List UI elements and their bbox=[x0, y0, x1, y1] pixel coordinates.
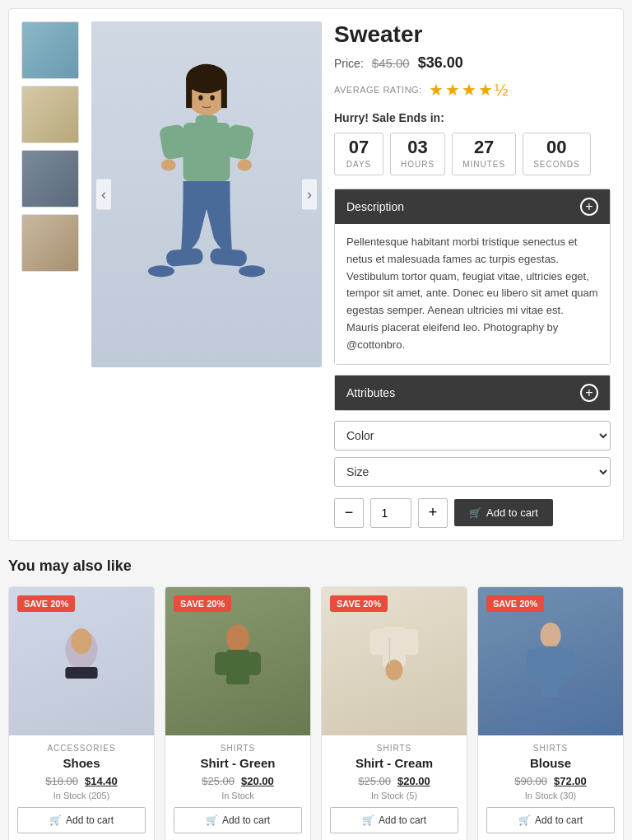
svg-point-1 bbox=[186, 64, 227, 94]
related-card-body-shirt-cream: SHIRTS Shirt - Cream $25.00 $20.00 In St… bbox=[322, 735, 467, 840]
cart-icon-shirt-cream bbox=[362, 814, 374, 826]
svg-rect-3 bbox=[221, 79, 227, 109]
related-prices-shirt-green: $25.00 $20.00 bbox=[174, 775, 302, 787]
countdown-hours-value: 03 bbox=[401, 138, 434, 156]
price-new: $36.00 bbox=[418, 54, 463, 72]
description-toggle-icon[interactable]: + bbox=[580, 198, 598, 216]
quantity-input[interactable] bbox=[370, 498, 411, 528]
related-add-to-cart-shirt-cream[interactable]: Add to cart bbox=[330, 807, 458, 833]
svg-rect-31 bbox=[527, 648, 541, 677]
rating-row: AVERAGE RATING: ★★★★½ bbox=[334, 80, 611, 100]
svg-point-13 bbox=[148, 265, 174, 277]
price-row: Price: $45.00 $36.00 bbox=[334, 54, 611, 72]
countdown-seconds-label: SECONDS bbox=[533, 160, 579, 169]
color-select[interactable]: Color White Green Blue Black bbox=[334, 421, 611, 450]
thumbnail-3[interactable] bbox=[21, 150, 79, 208]
countdown-seconds-value: 00 bbox=[533, 138, 579, 156]
related-products-section: You may also like SAVE 20% ACCESSORIES bbox=[8, 558, 624, 840]
color-select-group: Color White Green Blue Black bbox=[334, 421, 611, 450]
related-price-new-shirt-cream: $20.00 bbox=[397, 775, 430, 787]
blouse-illustration bbox=[522, 612, 579, 711]
related-add-label-blouse: Add to cart bbox=[535, 814, 583, 826]
countdown-days: 07 DAYS bbox=[334, 133, 383, 175]
svg-point-16 bbox=[210, 96, 214, 100]
thumbnail-1[interactable] bbox=[21, 21, 79, 79]
related-stock-shoes: In Stock (205) bbox=[17, 791, 146, 800]
countdown-days-label: DAYS bbox=[346, 160, 372, 169]
quantity-increase-button[interactable]: + bbox=[418, 498, 448, 528]
countdown-hours: 03 HOURS bbox=[390, 133, 445, 175]
related-section-title: You may also like bbox=[8, 558, 624, 575]
description-accordion: Description + Pellentesque habitant morb… bbox=[334, 189, 611, 365]
thumbnail-4[interactable] bbox=[21, 214, 79, 272]
related-add-label-shirt-green: Add to cart bbox=[222, 814, 270, 826]
related-category-blouse: SHIRTS bbox=[486, 744, 615, 753]
svg-rect-12 bbox=[210, 248, 248, 267]
related-card-body-shirt-green: SHIRTS Shirt - Green $25.00 $20.00 In St… bbox=[165, 735, 310, 840]
star-rating: ★★★★½ bbox=[429, 80, 510, 100]
related-image-shirt-cream: SAVE 20% bbox=[322, 587, 467, 735]
cart-icon-shoes bbox=[49, 814, 62, 826]
save-badge-shirt-green: SAVE 20% bbox=[174, 595, 231, 612]
quantity-decrease-button[interactable]: − bbox=[334, 498, 364, 528]
countdown-minutes: 27 MINUTES bbox=[452, 133, 516, 175]
main-product-image: ‹ › bbox=[91, 21, 322, 367]
attributes-header-label: Attributes bbox=[346, 386, 395, 399]
related-prices-blouse: $90.00 $72.00 bbox=[486, 775, 615, 787]
attributes-accordion-header[interactable]: Attributes + bbox=[335, 376, 610, 410]
related-stock-shirt-cream: In Stock (5) bbox=[330, 791, 458, 800]
related-prices-shoes: $18.00 $14.40 bbox=[17, 775, 146, 787]
rating-label: AVERAGE RATING: bbox=[334, 85, 422, 95]
related-category-shirt-cream: SHIRTS bbox=[330, 744, 458, 753]
svg-rect-25 bbox=[370, 628, 385, 655]
cart-row: − + Add to cart bbox=[334, 498, 611, 528]
shirt-green-illustration bbox=[209, 612, 267, 711]
related-stock-blouse: In Stock (30) bbox=[486, 791, 615, 800]
countdown-minutes-value: 27 bbox=[462, 138, 505, 156]
svg-point-19 bbox=[71, 628, 91, 654]
svg-rect-2 bbox=[186, 79, 192, 109]
related-image-blouse: SAVE 20% bbox=[478, 587, 623, 735]
cart-icon-shirt-green bbox=[206, 814, 218, 826]
related-card-body-shoes: ACCESSORIES Shoes $18.00 $14.40 In Stock… bbox=[9, 735, 154, 840]
related-card-shirt-green: SAVE 20% SHIRTS Shirt - Green $ bbox=[165, 586, 311, 840]
countdown-timer: 07 DAYS 03 HOURS 27 MINUTES 00 SECONDS bbox=[334, 133, 611, 175]
size-select[interactable]: Size XS S M L XL bbox=[334, 457, 611, 487]
sale-ends-label: Hurry! Sale Ends in: bbox=[334, 111, 611, 124]
prev-image-button[interactable]: ‹ bbox=[96, 180, 111, 210]
save-badge-blouse: SAVE 20% bbox=[486, 595, 544, 612]
related-add-to-cart-shoes[interactable]: Add to cart bbox=[17, 807, 146, 833]
countdown-hours-label: HOURS bbox=[401, 160, 434, 169]
countdown-minutes-label: MINUTES bbox=[462, 160, 505, 169]
add-to-cart-button[interactable]: Add to cart bbox=[454, 499, 553, 526]
page-container: ‹ › Sweater Price: $45.00 $36.00 AVERAGE… bbox=[0, 0, 632, 840]
related-price-old-shirt-cream: $25.00 bbox=[358, 775, 391, 787]
related-price-new-blouse: $72.00 bbox=[554, 775, 587, 787]
next-image-button[interactable]: › bbox=[302, 180, 317, 210]
related-name-shirt-cream: Shirt - Cream bbox=[330, 756, 458, 770]
related-name-shoes: Shoes bbox=[17, 756, 146, 770]
svg-rect-32 bbox=[561, 648, 575, 677]
related-add-to-cart-shirt-green[interactable]: Add to cart bbox=[174, 807, 302, 833]
thumbnail-2[interactable] bbox=[21, 86, 79, 143]
related-price-new-shirt-green: $20.00 bbox=[241, 775, 274, 787]
description-accordion-header[interactable]: Description + bbox=[335, 189, 610, 224]
related-name-blouse: Blouse bbox=[486, 756, 615, 770]
svg-rect-23 bbox=[247, 651, 262, 674]
product-card: ‹ › Sweater Price: $45.00 $36.00 AVERAGE… bbox=[8, 8, 624, 541]
svg-point-27 bbox=[386, 659, 403, 679]
related-add-label-shirt-cream: Add to cart bbox=[379, 814, 426, 826]
svg-point-29 bbox=[540, 623, 560, 648]
related-prices-shirt-cream: $25.00 $20.00 bbox=[330, 775, 458, 787]
product-image-svg bbox=[141, 46, 272, 343]
related-add-to-cart-blouse[interactable]: Add to cart bbox=[486, 807, 615, 833]
attributes-toggle-icon[interactable]: + bbox=[580, 384, 598, 402]
svg-rect-11 bbox=[165, 248, 203, 267]
svg-rect-6 bbox=[196, 115, 218, 130]
price-old: $45.00 bbox=[372, 56, 410, 70]
shoes-illustration bbox=[53, 612, 110, 711]
svg-rect-21 bbox=[226, 650, 249, 684]
product-title: Sweater bbox=[334, 21, 611, 48]
countdown-seconds: 00 SECONDS bbox=[523, 133, 590, 175]
related-image-shoes: SAVE 20% bbox=[9, 587, 154, 735]
